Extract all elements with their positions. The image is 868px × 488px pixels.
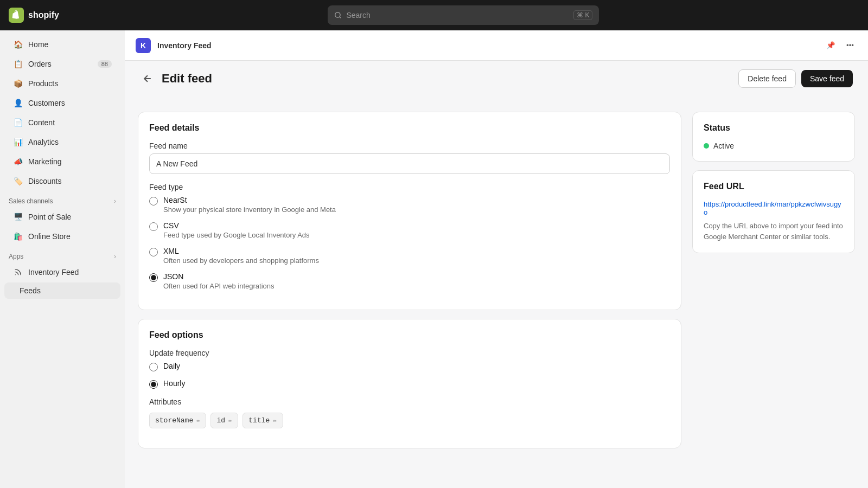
sidebar-item-home[interactable]: 🏠 Home <box>4 35 120 54</box>
store-icon: 🛍️ <box>13 232 23 241</box>
marketing-icon: 📣 <box>13 157 23 166</box>
products-icon: 📦 <box>13 79 23 88</box>
sidebar-sub-item-feeds[interactable]: Feeds <box>4 282 120 299</box>
more-button[interactable]: ••• <box>843 38 857 53</box>
feed-details-title: Feed details <box>149 123 670 133</box>
nav-label-online-store: Online Store <box>28 232 71 241</box>
feed-icon <box>13 267 23 277</box>
status-card: Status Active <box>692 112 855 162</box>
logo-text: shopify <box>28 10 59 20</box>
sidebar-item-online-store[interactable]: 🛍️ Online Store <box>4 227 120 246</box>
csv-desc: Feed type used by Google Local Inventory… <box>163 231 310 239</box>
apps-label: Apps <box>9 253 23 260</box>
feed-url-card: Feed URL https://productfeed.link/mar/pp… <box>692 170 855 253</box>
content-wrapper: K Inventory Feed 📌 ••• <box>125 30 868 488</box>
freq-daily[interactable]: Daily <box>149 362 670 371</box>
attribute-storename-edit[interactable]: ✏️ <box>196 416 200 425</box>
feed-name-group: Feed name <box>149 142 670 174</box>
app-header-icon: K <box>136 38 151 53</box>
attributes-group: Attributes storeName ✏️ id ✏️ <box>149 397 670 428</box>
page-title: Edit feed <box>162 72 212 86</box>
attribute-title: title ✏️ <box>242 413 283 428</box>
csv-label: CSV <box>163 221 310 230</box>
svg-point-0 <box>335 12 340 17</box>
nav-label-analytics: Analytics <box>28 138 59 146</box>
orders-badge: 88 <box>98 60 112 68</box>
nearst-desc: Show your physical store inventory in Go… <box>163 206 336 214</box>
expand-icon[interactable]: › <box>114 197 116 205</box>
sidebar-item-content[interactable]: 📄 Content <box>4 113 120 132</box>
app-header-title: Inventory Feed <box>157 41 212 50</box>
feed-type-csv-radio[interactable] <box>149 222 158 231</box>
attribute-id-text: id <box>216 416 225 425</box>
pin-button[interactable]: 📌 <box>823 38 839 53</box>
sidebar-item-discounts[interactable]: 🏷️ Discounts <box>4 172 120 190</box>
nav-label-orders: Orders <box>28 60 52 68</box>
status-dot <box>704 143 709 149</box>
attribute-id-edit[interactable]: ✏️ <box>228 416 232 425</box>
delete-feed-button[interactable]: Delete feed <box>738 69 796 88</box>
status-indicator: Active <box>704 142 844 150</box>
feed-type-label: Feed type <box>149 183 670 191</box>
page-header: Edit feed Delete feed Save feed <box>138 69 855 88</box>
freq-hourly-radio[interactable] <box>149 380 158 389</box>
feed-url-desc: Copy the URL above to import your feed i… <box>704 221 844 242</box>
feed-type-json-radio[interactable] <box>149 273 158 282</box>
main-column: Feed details Feed name Feed type <box>138 112 681 475</box>
sidebar-item-orders[interactable]: 📋 Orders 88 <box>4 55 120 73</box>
nav-label-pos: Point of Sale <box>28 213 71 221</box>
feed-type-xml[interactable]: XML Often used by developers and shoppin… <box>149 247 670 265</box>
status-text: Active <box>713 142 734 150</box>
attribute-title-edit[interactable]: ✏️ <box>273 416 277 425</box>
update-freq-group: Update frequency Daily <box>149 349 670 389</box>
feed-url-link[interactable]: https://productfeed.link/mar/ppkzwcfwivs… <box>704 200 844 216</box>
feed-type-nearst-radio[interactable] <box>149 197 158 206</box>
feed-name-label: Feed name <box>149 142 670 150</box>
search-bar[interactable]: ⌘ K <box>328 5 599 25</box>
feed-type-xml-radio[interactable] <box>149 248 158 256</box>
topbar: shopify ⌘ K <box>0 0 868 30</box>
attribute-storename-text: storeName <box>155 416 193 425</box>
back-button[interactable] <box>140 71 155 86</box>
status-title: Status <box>704 123 844 133</box>
nav-label-inventory-feed: Inventory Feed <box>28 268 79 277</box>
side-column: Status Active Feed URL https://productfe… <box>692 112 855 475</box>
page-header-left: Edit feed <box>140 71 212 86</box>
xml-label: XML <box>163 247 319 255</box>
attributes-list: storeName ✏️ id ✏️ title ✏️ <box>149 413 670 428</box>
feed-options-title: Feed options <box>149 330 670 340</box>
sidebar-item-analytics[interactable]: 📊 Analytics <box>4 133 120 151</box>
save-feed-button[interactable]: Save feed <box>801 70 853 87</box>
feed-name-input[interactable] <box>149 153 670 174</box>
app-header: K Inventory Feed 📌 ••• <box>125 30 868 61</box>
app-header-actions: 📌 ••• <box>823 38 857 53</box>
sidebar-item-inventory-feed[interactable]: Inventory Feed <box>4 263 120 281</box>
freq-daily-radio[interactable] <box>149 363 158 371</box>
freq-hourly[interactable]: Hourly <box>149 379 670 389</box>
sidebar-item-marketing[interactable]: 📣 Marketing <box>4 152 120 171</box>
feed-options-card: Feed options Update frequency Daily <box>138 319 681 448</box>
attribute-title-text: title <box>248 416 270 425</box>
nearst-label: NearSt <box>163 196 336 204</box>
daily-label: Daily <box>163 362 180 370</box>
logo: shopify <box>9 8 59 23</box>
discounts-icon: 🏷️ <box>13 176 23 186</box>
update-freq-label: Update frequency <box>149 349 670 357</box>
orders-icon: 📋 <box>13 59 23 69</box>
customers-icon: 👤 <box>13 98 23 108</box>
feed-type-json[interactable]: JSON Often used for API web integrations <box>149 272 670 290</box>
sidebar-item-customers[interactable]: 👤 Customers <box>4 94 120 112</box>
feed-type-nearst[interactable]: NearSt Show your physical store inventor… <box>149 196 670 214</box>
sidebar-item-pos[interactable]: 🖥️ Point of Sale <box>4 208 120 226</box>
feed-type-csv[interactable]: CSV Feed type used by Google Local Inven… <box>149 221 670 239</box>
apps-expand-icon[interactable]: › <box>114 253 116 260</box>
sidebar-item-products[interactable]: 📦 Products <box>4 74 120 93</box>
search-input[interactable] <box>346 11 569 20</box>
attribute-storename: storeName ✏️ <box>149 413 206 428</box>
nav-label-content: Content <box>28 118 55 127</box>
shopify-logo-icon <box>9 8 24 23</box>
json-desc: Often used for API web integrations <box>163 282 275 290</box>
nav-label-customers: Customers <box>28 99 65 107</box>
json-label: JSON <box>163 272 275 281</box>
home-icon: 🏠 <box>13 40 23 49</box>
